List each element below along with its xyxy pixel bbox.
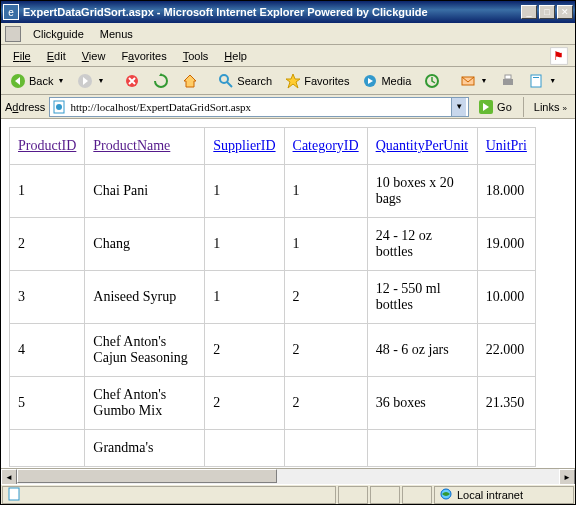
view-menu[interactable]: View (74, 48, 114, 64)
file-menubar: File Edit View Favorites Tools Help ⚑ (1, 45, 575, 67)
edit-menu[interactable]: Edit (39, 48, 74, 64)
cell-name: Chai Pani (85, 165, 205, 218)
address-input[interactable] (70, 101, 451, 113)
cell-id: 2 (10, 218, 85, 271)
clickguide-icon (5, 26, 21, 42)
edit-button[interactable]: ▼ (524, 70, 561, 92)
col-quantityperunit[interactable]: QuantityPerUnit (376, 138, 469, 153)
mail-icon (460, 73, 476, 89)
cell-sup: 1 (205, 218, 284, 271)
status-pane-4 (402, 486, 432, 504)
chevron-down-icon: ▼ (57, 77, 64, 84)
search-icon (218, 73, 234, 89)
standard-toolbar: Back ▼ ▼ Search Favorites Media ▼ ▼ (1, 67, 575, 95)
forward-icon (77, 73, 93, 89)
file-menu[interactable]: File (5, 48, 39, 64)
stop-button[interactable] (119, 70, 145, 92)
chevron-down-icon: ▼ (480, 77, 487, 84)
links-button[interactable]: Links » (530, 99, 571, 115)
cell-sup: 2 (205, 324, 284, 377)
minimize-button[interactable]: _ (521, 5, 537, 19)
cell-id: 4 (10, 324, 85, 377)
svg-rect-17 (9, 488, 19, 500)
cell-id: 3 (10, 271, 85, 324)
status-pane-3 (370, 486, 400, 504)
cell-cat: 2 (284, 377, 367, 430)
ie-icon: e (3, 4, 19, 20)
back-button[interactable]: Back ▼ (5, 70, 69, 92)
scroll-right-button[interactable]: ► (559, 469, 575, 485)
table-row: 3Aniseed Syrup1212 - 550 ml bottles10.00… (10, 271, 536, 324)
forward-button[interactable]: ▼ (72, 70, 109, 92)
search-button[interactable]: Search (213, 70, 277, 92)
address-label: Address (5, 101, 45, 113)
clickguide-menu[interactable]: Clickguide (25, 26, 92, 42)
edit-icon (529, 73, 545, 89)
table-row: 5Chef Anton's Gumbo Mix2236 boxes21.350 (10, 377, 536, 430)
page-icon (7, 487, 21, 503)
help-menu[interactable]: Help (216, 48, 255, 64)
cell-cat: 1 (284, 165, 367, 218)
cell-sup: 1 (205, 165, 284, 218)
window-title: ExpertDataGridSort.aspx - Microsoft Inte… (23, 6, 519, 18)
mail-button[interactable]: ▼ (455, 70, 492, 92)
chevron-down-icon: ▼ (97, 77, 104, 84)
col-productid[interactable]: ProductID (18, 138, 76, 153)
col-categoryid[interactable]: CategoryID (293, 138, 359, 153)
cell-cat: 1 (284, 218, 367, 271)
scroll-track[interactable] (17, 469, 559, 484)
cell-name: Grandma's (85, 430, 205, 467)
scroll-left-button[interactable]: ◄ (1, 469, 17, 485)
table-row: 4Chef Anton's Cajun Seasoning2248 - 6 oz… (10, 324, 536, 377)
home-button[interactable] (177, 70, 203, 92)
address-dropdown-button[interactable]: ▼ (451, 98, 466, 116)
go-button[interactable]: Go (473, 97, 517, 117)
svg-point-15 (56, 104, 62, 110)
header-row: ProductID ProductName SupplierID Categor… (10, 128, 536, 165)
favorites-label: Favorites (304, 75, 349, 87)
window-titlebar: e ExpertDataGridSort.aspx - Microsoft In… (1, 1, 575, 23)
history-button[interactable] (419, 70, 445, 92)
svg-rect-9 (503, 79, 513, 85)
history-icon (424, 73, 440, 89)
cell-cat: 2 (284, 271, 367, 324)
cell-price: 22.000 (477, 324, 535, 377)
favorites-button[interactable]: Favorites (280, 70, 354, 92)
maximize-button[interactable]: □ (539, 5, 555, 19)
horizontal-scrollbar[interactable]: ◄ ► (1, 468, 575, 484)
cell-qty: 36 boxes (367, 377, 477, 430)
content-area: ProductID ProductName SupplierID Categor… (1, 119, 575, 468)
print-icon (500, 73, 516, 89)
col-productname[interactable]: ProductName (93, 138, 170, 153)
col-supplierid[interactable]: SupplierID (213, 138, 275, 153)
refresh-button[interactable] (148, 70, 174, 92)
data-grid: ProductID ProductName SupplierID Categor… (9, 127, 536, 467)
back-label: Back (29, 75, 53, 87)
clickguide-menubar: Clickguide Menus (1, 23, 575, 45)
address-bar: Address ▼ Go Links » (1, 95, 575, 119)
custom1-button[interactable] (571, 70, 576, 92)
home-icon (182, 73, 198, 89)
svg-point-5 (220, 75, 228, 83)
address-combo[interactable]: ▼ (49, 97, 469, 117)
scroll-thumb[interactable] (17, 469, 277, 483)
media-button[interactable]: Media (357, 70, 416, 92)
cell-id: 5 (10, 377, 85, 430)
tools-menu[interactable]: Tools (175, 48, 217, 64)
close-button[interactable]: ✕ (557, 5, 573, 19)
favorites-menu[interactable]: Favorites (113, 48, 174, 64)
print-button[interactable] (495, 70, 521, 92)
cell-id (10, 430, 85, 467)
cell-price: 18.000 (477, 165, 535, 218)
media-icon (362, 73, 378, 89)
chevron-down-icon: ▼ (549, 77, 556, 84)
menus-menu[interactable]: Menus (92, 26, 141, 42)
separator (523, 97, 524, 117)
star-icon (285, 73, 301, 89)
col-unitprice[interactable]: UnitPri (486, 138, 527, 153)
svg-rect-11 (531, 75, 541, 87)
scroll-area[interactable]: ProductID ProductName SupplierID Categor… (1, 119, 575, 468)
status-pane (2, 486, 336, 504)
cell-id: 1 (10, 165, 85, 218)
cell-price (477, 430, 535, 467)
